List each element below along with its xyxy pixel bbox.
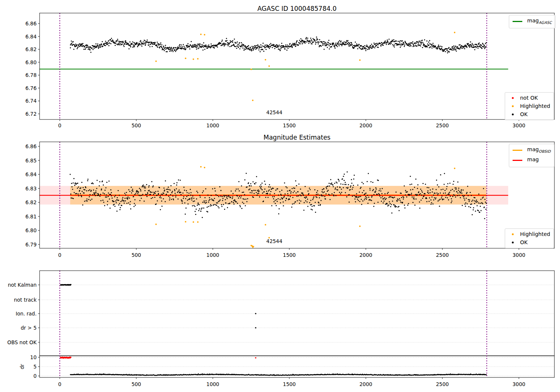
legend-item: not OK bbox=[508, 95, 550, 101]
legend-label-mag: mag bbox=[527, 156, 539, 165]
not-ok-point bbox=[255, 357, 256, 359]
axes-frame bbox=[40, 13, 554, 119]
mag-line-swatch bbox=[513, 160, 522, 161]
x-tick-label: 0 bbox=[49, 381, 71, 388]
y-tick-label: 6.80 bbox=[4, 227, 37, 234]
ok-scatter bbox=[70, 37, 487, 53]
y-tick-label: 6.80 bbox=[4, 59, 37, 66]
x-tick-label: 500 bbox=[125, 252, 147, 258]
y-tick-label: 6.79 bbox=[4, 241, 37, 248]
legend-label: Highlighted bbox=[520, 103, 550, 109]
legend-item: Highlighted bbox=[508, 231, 550, 237]
axes-frame bbox=[40, 271, 554, 377]
legend-item: OK bbox=[508, 111, 550, 118]
flag-row-label: not Kalman bbox=[4, 281, 37, 288]
x-tick-label: 0 bbox=[49, 122, 71, 129]
x-tick-label: 1000 bbox=[202, 381, 224, 388]
legend-label: OK bbox=[520, 111, 528, 118]
legend-mid-lines: magOBSID mag bbox=[509, 144, 554, 167]
legend-item: Highlighted bbox=[508, 103, 550, 109]
y-tick-label: 6.72 bbox=[4, 111, 37, 117]
y-tick-label: 6.78 bbox=[4, 72, 37, 78]
x-tick-label: 3000 bbox=[508, 122, 530, 129]
legend-marker-swatch bbox=[512, 242, 514, 243]
x-tick-label: 1500 bbox=[278, 252, 301, 258]
legend-marker-swatch bbox=[512, 97, 514, 99]
x-tick-label: 2000 bbox=[355, 122, 377, 129]
plots-svg bbox=[0, 0, 560, 392]
y-tick-label: 6.74 bbox=[4, 97, 37, 104]
y-tick-label: 6.85 bbox=[4, 157, 37, 164]
not-kalman-run bbox=[60, 284, 72, 286]
x-tick-label: 2000 bbox=[355, 381, 377, 388]
x-tick-label: 2500 bbox=[431, 252, 454, 258]
top-plot-title: AGASC ID 1000485784.0 bbox=[40, 5, 554, 12]
mag-obsid-line-swatch bbox=[513, 150, 522, 151]
y-tick-label: 6.82 bbox=[4, 199, 37, 206]
x-tick-label: 1500 bbox=[278, 381, 301, 388]
x-tick-label: 500 bbox=[125, 381, 147, 388]
x-tick-label: 1000 bbox=[202, 122, 224, 129]
legend-marker-swatch bbox=[512, 233, 514, 235]
y-tick-label: 6.81 bbox=[4, 213, 37, 220]
dr-scatter bbox=[70, 373, 486, 376]
legend-item-mag-agasc: magAGASC bbox=[513, 18, 552, 26]
legend-item-mag: mag bbox=[513, 156, 551, 165]
y-tick-label: 6.82 bbox=[4, 46, 37, 53]
not-ok-dr-run bbox=[60, 357, 72, 359]
legend-mid-markers: HighlightedOK bbox=[505, 228, 554, 248]
x-tick-label: 2000 bbox=[355, 252, 377, 258]
flag-point bbox=[255, 313, 256, 314]
figure-canvas: AGASC ID 1000485784.0 Magnitude Estimate… bbox=[0, 0, 560, 392]
legend-item: OK bbox=[508, 239, 550, 246]
legend-marker-swatch bbox=[512, 113, 514, 115]
legend-marker-swatch bbox=[512, 105, 514, 107]
x-tick-label: 3000 bbox=[508, 252, 530, 258]
legend-top-markers: not OKHighlightedOK bbox=[505, 92, 554, 120]
mag-agasc-line-swatch bbox=[513, 21, 522, 22]
highlighted-scatter bbox=[155, 166, 455, 247]
y-tick-label: 6.86 bbox=[4, 143, 37, 150]
x-tick-label: 3000 bbox=[508, 381, 530, 388]
x-tick-label: 1000 bbox=[202, 252, 224, 258]
y-tick-label: 6.84 bbox=[4, 33, 37, 40]
dr-tick-label: 0 bbox=[4, 373, 37, 379]
x-tick-label: 500 bbox=[125, 122, 147, 129]
y-tick-label: 6.86 bbox=[4, 20, 37, 27]
y-tick-label: 6.83 bbox=[4, 185, 37, 192]
top-annotation-obsid: 42544 bbox=[266, 109, 282, 115]
x-tick-label: 0 bbox=[49, 252, 71, 258]
legend-label-mag-agasc: magAGASC bbox=[527, 18, 552, 26]
flag-row-label: OBS not OK bbox=[4, 339, 37, 346]
x-tick-label: 1500 bbox=[278, 122, 301, 129]
middle-annotation-obsid: 42544 bbox=[266, 238, 282, 244]
legend-label-mag-obsid: magOBSID bbox=[527, 146, 551, 155]
flag-row-label: dr > 5 bbox=[4, 324, 37, 331]
legend-mag-agasc: magAGASC bbox=[509, 15, 556, 28]
highlighted-clipped-marker bbox=[251, 246, 254, 248]
y-tick-label: 6.76 bbox=[4, 85, 37, 91]
x-tick-label: 2500 bbox=[431, 122, 454, 129]
y-tick-label: 6.84 bbox=[4, 171, 37, 178]
legend-label: Highlighted bbox=[520, 231, 550, 237]
dr-tick-label: 5 bbox=[4, 363, 37, 370]
flag-row-label: not track bbox=[4, 296, 37, 303]
dr-tick-label: 10 bbox=[4, 354, 37, 361]
x-tick-label: 2500 bbox=[431, 381, 454, 388]
legend-label: not OK bbox=[520, 95, 538, 101]
middle-plot-title: Magnitude Estimates bbox=[40, 134, 554, 141]
flag-row-label: Ion. rad. bbox=[4, 310, 37, 317]
flag-point bbox=[255, 327, 256, 329]
legend-label: OK bbox=[520, 239, 528, 246]
legend-item-mag-obsid: magOBSID bbox=[513, 146, 551, 155]
